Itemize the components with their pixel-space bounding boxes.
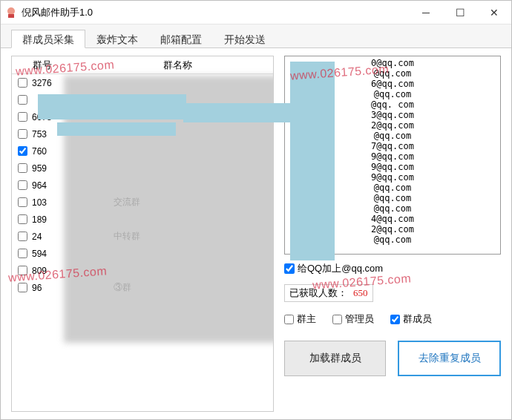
window-title: 倪风邮件助手1.0 (22, 6, 409, 19)
svg-rect-1 (8, 14, 14, 18)
load-members-button[interactable]: 加载群成员 (284, 341, 386, 376)
tabbar: 群成员采集 轰炸文本 邮箱配置 开始发送 (1, 24, 511, 48)
row-checkbox[interactable] (18, 266, 27, 275)
svg-point-0 (7, 7, 15, 15)
count-label: 已获取人数： (289, 286, 347, 300)
row-checkbox[interactable] (18, 232, 27, 241)
row-checkbox[interactable] (18, 197, 27, 207)
row-checkbox[interactable] (18, 95, 27, 105)
row-checkbox[interactable] (18, 249, 27, 258)
role-member-checkbox[interactable] (390, 315, 400, 324)
col-group-name: 群名称 (142, 56, 273, 73)
maximize-button[interactable]: ☐ (443, 1, 477, 24)
row-checkbox[interactable] (18, 112, 27, 122)
count-value: 650 (353, 287, 368, 299)
tab-start-send[interactable]: 开始发送 (213, 30, 277, 48)
minimize-button[interactable]: ─ (409, 1, 443, 24)
dedup-members-button[interactable]: 去除重复成员 (398, 341, 501, 376)
row-checkbox[interactable] (18, 283, 27, 292)
append-domain-checkbox[interactable] (284, 263, 295, 274)
row-checkbox[interactable] (18, 146, 27, 156)
append-domain-option[interactable]: 给QQ加上@qq.com (284, 262, 383, 275)
row-checkbox[interactable] (18, 129, 27, 139)
role-owner[interactable]: 群主 (284, 312, 316, 326)
titlebar: 倪风邮件助手1.0 ─ ☐ ✕ (1, 1, 511, 24)
row-checkbox[interactable] (18, 214, 27, 224)
role-member[interactable]: 群成员 (390, 312, 432, 326)
row-checkbox[interactable] (18, 180, 27, 190)
tab-bomb-text[interactable]: 轰炸文本 (85, 30, 149, 48)
row-checkbox[interactable] (18, 78, 27, 88)
group-grid-header: 群号 群名称 (12, 56, 273, 74)
tab-collect[interactable]: 群成员采集 (11, 30, 85, 48)
tab-mail-config[interactable]: 邮箱配置 (149, 30, 213, 48)
row-checkbox[interactable] (18, 163, 27, 173)
col-group-id: 群号 (12, 56, 142, 73)
role-admin-checkbox[interactable] (332, 315, 342, 324)
app-icon (5, 7, 17, 19)
count-box: 已获取人数： 650 (284, 284, 373, 302)
role-owner-checkbox[interactable] (284, 315, 294, 324)
close-button[interactable]: ✕ (477, 1, 511, 24)
role-admin[interactable]: 管理员 (332, 312, 374, 326)
